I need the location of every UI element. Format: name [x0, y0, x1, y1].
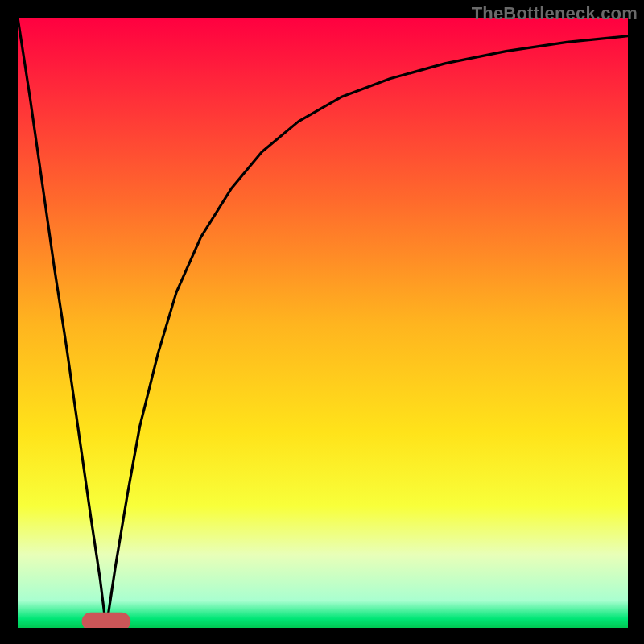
optimum-marker-group — [82, 613, 131, 628]
optimum-marker — [82, 613, 131, 628]
gradient-background — [18, 18, 628, 628]
chart-svg — [18, 18, 628, 628]
watermark-text: TheBottleneck.com — [472, 3, 638, 24]
plot-area — [18, 18, 628, 628]
chart-container: TheBottleneck.com — [0, 0, 644, 644]
